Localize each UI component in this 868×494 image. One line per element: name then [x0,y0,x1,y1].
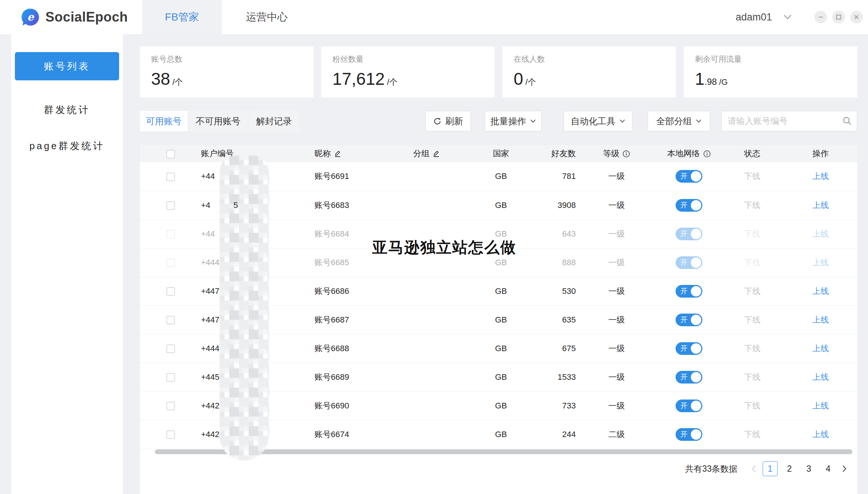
column-level: 等级 [603,148,619,159]
row-checkbox[interactable] [166,373,175,382]
chevron-down-icon [530,119,536,123]
go-online-link[interactable]: 上线 [813,286,829,296]
prev-page-button[interactable] [747,461,760,476]
go-online-link[interactable]: 上线 [813,171,829,181]
sidebar-item-page-bulk-send-stats[interactable]: page群发统计 [11,139,123,153]
row-checkbox[interactable] [166,430,175,439]
status-text: 下线 [744,286,760,296]
segment-unavailable-accounts[interactable]: 不可用账号 [188,111,248,131]
account-group [413,277,475,305]
account-level: 一级 [576,363,657,391]
row-checkbox[interactable] [166,201,175,210]
row-checkbox[interactable] [166,287,175,296]
row-checkbox[interactable] [166,316,175,324]
username[interactable]: adam01 [735,12,772,23]
local-network-toggle[interactable]: 开 [676,285,702,298]
go-online-link[interactable]: 上线 [813,372,829,382]
row-checkbox[interactable] [166,230,175,238]
toggle-on-label: 开 [680,430,687,439]
go-online-link[interactable]: 上线 [813,430,829,439]
account-nickname: 账号6683 [315,191,413,219]
row-checkbox[interactable] [166,344,175,353]
account-group [413,191,475,219]
refresh-icon [433,117,441,125]
sidebar-item-account-list[interactable]: 账号列表 [15,52,119,80]
stat-label: 账号总数 [151,54,302,64]
brand: e SocialEpoch [21,7,142,27]
bulk-actions-dropdown[interactable]: 批量操作 [485,111,542,131]
automation-tools-dropdown[interactable]: 自动化工具 [564,111,632,131]
group-filter-dropdown[interactable]: 全部分组 [648,111,710,131]
page-button-3[interactable]: 3 [801,461,816,476]
tab-fb-manager[interactable]: FB管家 [142,0,222,34]
stat-value: 17,612 [332,69,385,89]
toggle-on-label: 开 [680,286,687,296]
maximize-button[interactable] [832,11,845,23]
stat-unit: /个 [526,77,536,87]
stat-card-online: 在线人数 0/个 [502,46,676,97]
select-all-checkbox[interactable] [166,150,175,158]
stat-value: 0 [514,69,523,89]
sidebar-item-bulk-send-stats[interactable]: 群发统计 [11,103,123,116]
status-text: 下线 [744,372,760,382]
page-button-2[interactable]: 2 [782,461,797,476]
account-nickname: 账号6686 [315,277,413,305]
stat-cards: 账号总数 38/个 粉丝数量 17,612/个 在线人数 0/个 剩余可用流量 … [140,46,857,97]
chevron-down-icon [696,119,702,123]
toggle-on-label: 开 [680,401,687,411]
page-button-4[interactable]: 4 [821,461,836,476]
info-icon[interactable] [622,150,630,158]
row-checkbox[interactable] [166,173,175,181]
stat-unit: /个 [387,77,398,87]
toggle-knob [691,286,701,296]
page-button-1[interactable]: 1 [763,461,778,476]
search-input[interactable] [721,111,857,131]
local-network-toggle[interactable]: 开 [676,371,702,384]
friend-count: 635 [527,305,576,334]
account-country: GB [475,334,527,363]
local-network-toggle[interactable]: 开 [676,400,702,412]
stat-unit: /个 [172,77,183,87]
minimize-button[interactable] [814,11,827,23]
pixelated-phone-redaction [220,155,269,461]
local-network-toggle[interactable]: 开 [676,342,702,355]
toggle-knob [691,315,701,325]
account-country: GB [475,305,527,334]
next-page-button[interactable] [838,461,851,476]
refresh-button[interactable]: 刷新 [425,111,471,131]
go-online-link[interactable]: 上线 [813,229,829,238]
search-icon[interactable] [842,116,852,126]
account-group [413,363,475,391]
go-online-link[interactable]: 上线 [813,344,829,353]
edit-icon[interactable] [433,150,440,157]
row-checkbox[interactable] [166,259,175,267]
go-online-link[interactable]: 上线 [813,201,829,210]
segment-available-accounts[interactable]: 可用账号 [140,111,188,131]
segment-unban-records[interactable]: 解封记录 [249,111,299,131]
toggle-on-label: 开 [680,315,687,325]
account-group [413,162,475,191]
status-text: 下线 [744,315,760,324]
go-online-link[interactable]: 上线 [813,258,829,267]
watermark-text: 亚马逊独立站怎么做 [372,237,516,258]
stat-label: 粉丝数量 [332,54,484,64]
info-icon[interactable] [703,150,711,158]
go-online-link[interactable]: 上线 [813,315,829,324]
row-checkbox[interactable] [166,402,175,410]
toggle-knob [691,171,701,182]
local-network-toggle[interactable]: 开 [676,314,702,326]
go-online-link[interactable]: 上线 [813,401,829,410]
local-network-toggle[interactable]: 开 [676,199,702,212]
main-area: 账号总数 38/个 粉丝数量 17,612/个 在线人数 0/个 剩余可用流量 … [140,34,857,494]
column-nickname: 昵称 [315,148,331,159]
local-network-toggle[interactable]: 开 [676,170,702,183]
local-network-toggle[interactable]: 开 [676,428,702,441]
local-network-toggle[interactable]: 开 [676,228,702,240]
chevron-down-icon[interactable] [783,14,792,20]
edit-icon[interactable] [334,150,341,157]
tab-operation-center[interactable]: 运营中心 [242,0,291,34]
close-button[interactable] [850,11,863,23]
toggle-knob [691,372,701,382]
friend-count: 3908 [527,191,576,219]
local-network-toggle[interactable]: 开 [676,256,702,269]
